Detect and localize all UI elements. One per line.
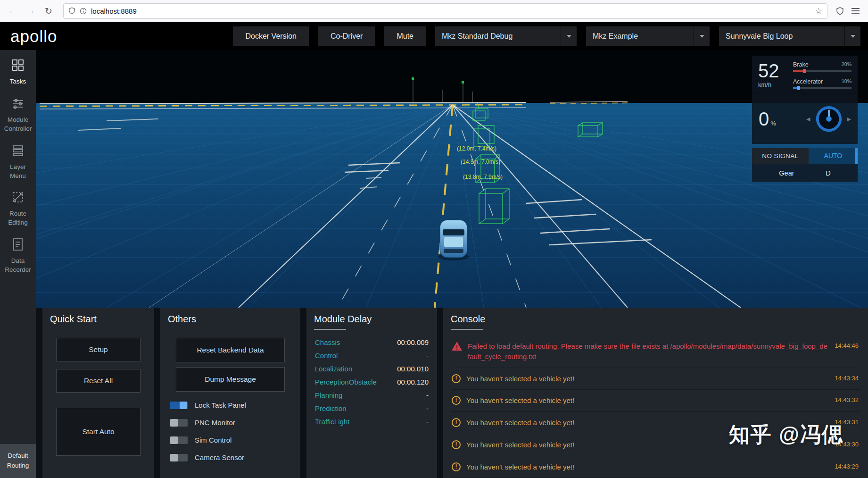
panel-title: Quick Start xyxy=(50,314,147,325)
setup-button[interactable]: Setup xyxy=(56,338,140,361)
dump-message-button[interactable]: Dump Message xyxy=(176,367,285,392)
vehicle-dashboard: 52 km/h Brake 20% A xyxy=(752,56,858,182)
bottom-panels: Quick Start Setup Reset All Start Auto O… xyxy=(36,308,868,478)
toggle-lock-task-panel[interactable]: Lock Task Panel xyxy=(168,396,293,414)
panel-title: Module Delay xyxy=(314,314,430,330)
error-icon xyxy=(452,342,462,351)
quick-start-panel: Quick Start Setup Reset All Start Auto xyxy=(42,308,154,478)
toggle-sim-control[interactable]: Sim Control xyxy=(168,431,293,449)
module-delay-row: Localization 00:00.010 xyxy=(314,362,430,375)
brake-indicator: Brake 20% xyxy=(793,61,851,72)
obstacle-label: (13.8m, 7.9m/s) xyxy=(463,174,503,180)
speed-unit: km/h xyxy=(758,81,787,88)
sidebar-item-module-controller[interactable]: Module Controller xyxy=(0,88,36,135)
ego-vehicle xyxy=(438,220,469,260)
mute-button[interactable]: Mute xyxy=(384,26,426,46)
steering-indicator: 0% ◀ ▶ xyxy=(752,94,858,144)
console-message: You haven't selected a vehicle yet! 14:4… xyxy=(451,390,860,412)
url-text[interactable]: localhost:8889 xyxy=(91,7,137,15)
dropdown-map[interactable]: Sunnyvale Big Loop xyxy=(719,26,860,46)
default-routing-button[interactable]: Default Routing xyxy=(0,444,36,478)
dropdown-vehicle[interactable]: Mkz Example xyxy=(586,26,710,46)
warning-icon xyxy=(452,418,461,427)
co-driver-button[interactable]: Co-Driver xyxy=(318,26,375,46)
scene-canvas: (12.0m, 7.4m/s) (14.5m, 7.0m/s) (13.8m, … xyxy=(36,50,868,308)
forward-button[interactable]: → xyxy=(25,6,37,16)
obstacle-label: (12.0m, 7.4m/s) xyxy=(457,145,496,152)
back-button[interactable]: ← xyxy=(7,6,19,16)
document-list-icon xyxy=(11,237,25,253)
sliders-icon xyxy=(11,96,25,112)
module-delay-row: Prediction - xyxy=(314,402,430,415)
reset-all-button[interactable]: Reset All xyxy=(56,369,140,393)
browser-chrome: ← → ↻ localhost:8889 ☆ xyxy=(0,0,868,22)
toggle-pnc-monitor[interactable]: PNC Monitor xyxy=(168,414,293,431)
watermark: 知乎 @冯偲 xyxy=(729,421,843,449)
steering-wheel-icon xyxy=(814,104,843,134)
obstacle-label: (14.5m, 7.0m/s) xyxy=(461,159,500,165)
console-message: You haven't selected a vehicle yet! 14:4… xyxy=(451,368,860,390)
console-panel: Console Failed to load default routing. … xyxy=(443,308,868,478)
sidebar: Tasks Module Controller Layer Menu Route… xyxy=(0,50,36,478)
chevron-down-icon xyxy=(844,26,860,46)
warning-icon xyxy=(452,440,461,449)
menu-icon[interactable] xyxy=(850,10,861,11)
signal-status: NO SIGNAL xyxy=(752,148,809,164)
accelerator-indicator: Accelerator 10% xyxy=(793,78,851,89)
module-delay-row: Chassis 00:00.009 xyxy=(314,335,430,349)
warning-icon xyxy=(452,374,461,383)
module-delay-row: Planning - xyxy=(314,388,430,402)
warning-icon xyxy=(452,462,461,471)
apollo-logo: apollo xyxy=(10,27,57,46)
gear-indicator: Gear D xyxy=(752,164,858,182)
site-info-icon[interactable] xyxy=(80,8,87,15)
chevron-down-icon xyxy=(694,26,710,46)
app-header: apollo Docker Version Co-Driver Mute Mkz… xyxy=(0,22,868,50)
sidebar-item-tasks[interactable]: Tasks xyxy=(0,50,36,88)
console-message: You haven't selected a vehicle yet! 14:4… xyxy=(451,456,860,478)
sidebar-item-data-recorder[interactable]: Data Recorder xyxy=(0,229,36,277)
driving-mode-status: AUTO xyxy=(809,148,858,164)
sidebar-item-layer-menu[interactable]: Layer Menu xyxy=(0,135,36,183)
layers-icon xyxy=(11,143,25,159)
sidebar-item-route-editing[interactable]: Route Editing xyxy=(0,182,36,229)
start-auto-button[interactable]: Start Auto xyxy=(56,408,140,456)
extension-shield-icon[interactable] xyxy=(836,7,844,15)
shield-icon xyxy=(68,7,75,15)
module-delay-row: PerceptionObstacle 00:00.120 xyxy=(314,375,430,388)
toggle-switch[interactable] xyxy=(170,402,188,409)
dropdown-setup-mode[interactable]: Mkz Standard Debug xyxy=(435,26,577,46)
brake-bar xyxy=(793,70,851,72)
panel-title: Others xyxy=(168,314,293,325)
module-delay-row: TrafficLight - xyxy=(314,415,430,428)
toggle-switch[interactable] xyxy=(170,436,188,444)
chevron-down-icon xyxy=(561,26,577,46)
speed-value: 52 xyxy=(758,61,787,80)
steer-left-icon: ◀ xyxy=(806,116,810,122)
toggle-camera-sensor[interactable]: Camera Sensor xyxy=(168,449,293,466)
panel-title: Console xyxy=(451,314,860,330)
module-delay-panel: Module Delay Chassis 00:00.009 Control -… xyxy=(306,308,437,478)
reload-button[interactable]: ↻ xyxy=(42,6,55,17)
others-panel: Others Reset Backend Data Dump Message L… xyxy=(160,308,300,478)
accelerator-bar xyxy=(793,87,851,89)
warning-icon xyxy=(452,396,461,405)
module-delay-row: Control - xyxy=(314,349,430,362)
toggle-switch[interactable] xyxy=(170,454,188,461)
route-edit-icon xyxy=(11,190,25,206)
steer-right-icon: ▶ xyxy=(847,116,851,122)
toggle-switch[interactable] xyxy=(170,419,188,427)
console-message: Failed to load default routing. Please m… xyxy=(451,335,860,368)
bookmark-star-icon[interactable]: ☆ xyxy=(815,6,822,16)
main-view: (12.0m, 7.4m/s) (14.5m, 7.0m/s) (13.8m, … xyxy=(36,50,868,478)
reset-backend-data-button[interactable]: Reset Backend Data xyxy=(176,338,285,362)
docker-version-button[interactable]: Docker Version xyxy=(233,26,309,46)
tasks-grid-icon xyxy=(11,58,25,74)
world-3d-view[interactable]: (12.0m, 7.4m/s) (14.5m, 7.0m/s) (13.8m, … xyxy=(36,50,868,308)
address-bar[interactable]: localhost:8889 ☆ xyxy=(63,3,827,19)
